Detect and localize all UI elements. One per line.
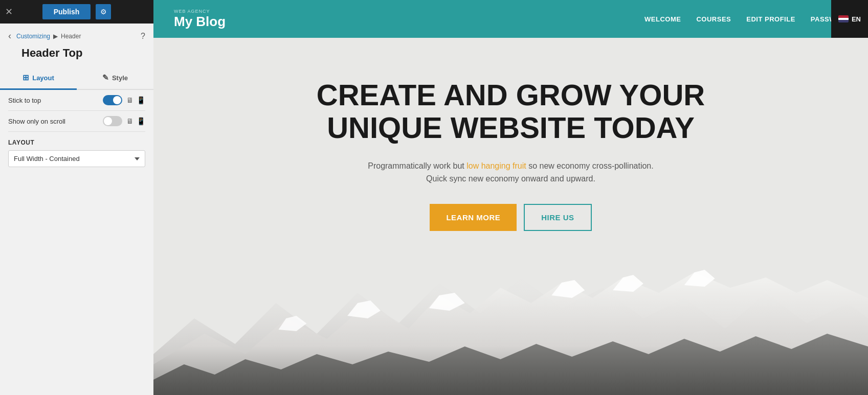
mobile-icon[interactable]: 📱: [137, 96, 145, 104]
stick-to-top-label: Stick to top: [8, 97, 41, 104]
nav-welcome[interactable]: WELCOME: [644, 15, 681, 23]
logo-name: My Blog: [174, 14, 226, 30]
flag-icon: [838, 15, 849, 22]
tab-layout[interactable]: ⊞ Layout: [0, 67, 77, 90]
desktop-icon[interactable]: 🖥: [126, 96, 133, 104]
hero-buttons: LEARN MORE HIRE US: [317, 204, 705, 231]
tab-style-label: Style: [112, 74, 128, 82]
main-preview: Web Agency My Blog WELCOME COURSES EDIT …: [153, 0, 868, 395]
site-header: Web Agency My Blog WELCOME COURSES EDIT …: [153, 0, 868, 38]
tab-style[interactable]: ✎ Style: [77, 67, 153, 90]
layout-section: Layout Full Width - Contained Full Width…: [0, 132, 153, 174]
tab-layout-label: Layout: [32, 74, 54, 82]
help-icon[interactable]: ?: [141, 32, 145, 41]
panel-title: Header Top: [0, 44, 153, 67]
breadcrumb-customizing[interactable]: Customizing: [16, 33, 50, 40]
show-on-scroll-controls: 🖥 📱: [103, 116, 145, 126]
show-on-scroll-row: Show only on scroll 🖥 📱: [0, 111, 153, 131]
subtitle-highlight: low hanging fruit: [466, 161, 526, 170]
hero-title: CREATE AND GROW YOUR UNIQUE WEBSITE TODA…: [317, 79, 705, 144]
mobile-icon-2[interactable]: 📱: [137, 117, 145, 125]
lang-label: EN: [852, 15, 861, 23]
breadcrumb-section: Header: [61, 33, 81, 40]
lang-switcher[interactable]: EN: [831, 0, 868, 38]
stick-to-top-row: Stick to top 🖥 📱: [0, 90, 153, 110]
hero-title-line1: CREATE AND GROW YOUR: [317, 78, 705, 111]
back-arrow-icon[interactable]: ‹: [8, 31, 11, 41]
nav-edit-profile[interactable]: EDIT PROFILE: [746, 15, 795, 23]
stick-to-top-controls: 🖥 📱: [103, 95, 145, 105]
desktop-icon-2[interactable]: 🖥: [126, 117, 133, 125]
show-on-scroll-toggle[interactable]: [103, 116, 122, 126]
device-icons-2: 🖥 📱: [126, 117, 145, 125]
logo-area: Web Agency My Blog: [174, 9, 226, 30]
layout-select[interactable]: Full Width - Contained Full Width Contai…: [8, 150, 145, 167]
hero-content: CREATE AND GROW YOUR UNIQUE WEBSITE TODA…: [317, 79, 705, 231]
hero-subtitle: Programmatically work but low hanging fr…: [357, 159, 664, 185]
customizer-panel: ✕ Publish ⚙ ‹ Customizing ▶ Header ? Hea…: [0, 0, 153, 395]
layout-label: Layout: [8, 139, 145, 146]
site-nav: WELCOME COURSES EDIT PROFILE PASSWO...: [644, 15, 848, 23]
breadcrumb: ‹ Customizing ▶ Header ?: [0, 24, 153, 44]
subtitle-before: Programmatically work but: [368, 161, 466, 170]
gear-button[interactable]: ⚙: [96, 4, 111, 19]
learn-more-button[interactable]: LEARN MORE: [430, 204, 517, 231]
style-icon: ✎: [102, 73, 109, 82]
breadcrumb-separator: ▶: [53, 33, 58, 40]
close-button[interactable]: ✕: [5, 6, 13, 17]
panel-topbar: ✕ Publish ⚙: [0, 0, 153, 24]
hero-section: CREATE AND GROW YOUR UNIQUE WEBSITE TODA…: [153, 38, 868, 395]
logo-small-text: Web Agency: [174, 9, 210, 14]
layout-icon: ⊞: [23, 73, 29, 82]
show-on-scroll-label: Show only on scroll: [8, 118, 65, 125]
hero-title-line2: UNIQUE WEBSITE TODAY: [327, 111, 695, 144]
publish-button[interactable]: Publish: [42, 4, 91, 19]
stick-to-top-toggle[interactable]: [103, 95, 122, 105]
nav-courses[interactable]: COURSES: [696, 15, 731, 23]
mountain-background: [153, 252, 868, 395]
hire-us-button[interactable]: HIRE US: [524, 204, 591, 231]
panel-tabs: ⊞ Layout ✎ Style: [0, 67, 153, 90]
device-icons: 🖥 📱: [126, 96, 145, 104]
